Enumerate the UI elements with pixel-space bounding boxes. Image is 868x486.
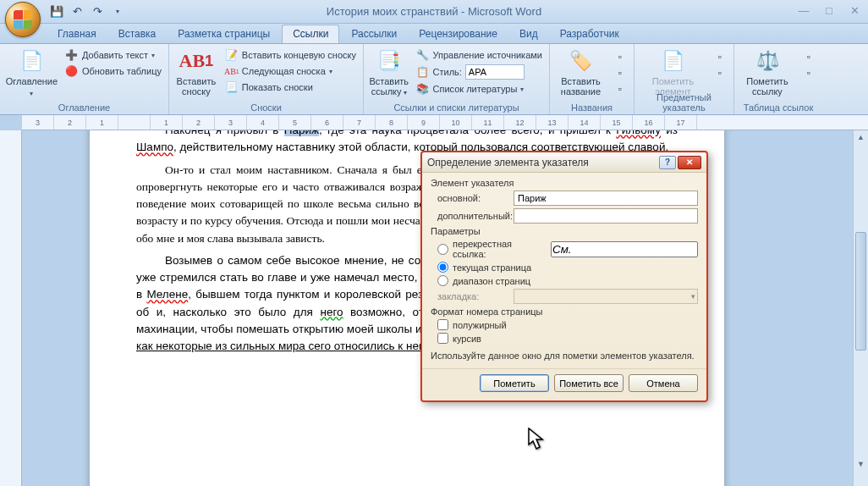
index-insert-icon: ▫ xyxy=(713,50,727,64)
cross-reference-radio[interactable] xyxy=(437,244,448,255)
add-text-button[interactable]: ➕Добавить текст xyxy=(62,47,165,63)
tab-mailings[interactable]: Рассылки xyxy=(341,25,407,43)
cross-reference-label: перекрестная ссылка: xyxy=(453,239,547,259)
dialog-help-icon[interactable]: ? xyxy=(659,156,676,169)
small-cross-icon: ▫ xyxy=(613,82,627,96)
tab-view[interactable]: Вид xyxy=(509,25,548,43)
insert-citation-button[interactable]: 📑 Вставить ссылку xyxy=(367,46,411,99)
toa-opt2[interactable]: ▫ xyxy=(799,65,819,80)
page-range-label: диапазон страниц xyxy=(453,276,530,286)
mark-button[interactable]: Пометить xyxy=(480,374,549,392)
qat-customize-icon[interactable] xyxy=(108,3,127,21)
caption-opt1[interactable]: ▫ xyxy=(610,49,630,64)
bibliography-button[interactable]: 📚Список литературы xyxy=(413,81,546,97)
mark-entry-button[interactable]: 📄 Пометить элемент xyxy=(638,46,708,98)
toa-group-title: Таблица ссылок xyxy=(734,102,822,113)
caption-icon: 🏷️ xyxy=(568,47,595,75)
tab-home[interactable]: Главная xyxy=(47,25,107,43)
bookmark-label: закладка: xyxy=(431,291,514,301)
index-entry-section-label: Элемент указателя xyxy=(431,178,698,188)
office-button[interactable] xyxy=(5,2,41,37)
show-notes-button[interactable]: 📃Показать сноски xyxy=(222,80,360,95)
small-doc-icon: ▫ xyxy=(613,50,627,64)
insert-citation-label: Вставить ссылку xyxy=(369,76,409,97)
next-footnote-label: Следующая сноска xyxy=(242,66,326,76)
bookmark-combo xyxy=(514,289,698,304)
tab-references[interactable]: Ссылки xyxy=(282,25,339,43)
tab-developer[interactable]: Разработчик xyxy=(550,25,629,43)
sub-entry-input[interactable] xyxy=(514,208,698,224)
scroll-down-icon[interactable]: ▼ xyxy=(854,457,868,471)
tab-insert[interactable]: Вставка xyxy=(108,25,167,43)
bold-checkbox[interactable] xyxy=(437,319,448,330)
update-table-button[interactable]: 🔴Обновить таблицу xyxy=(62,64,165,79)
maximize-icon[interactable]: □ xyxy=(821,3,838,17)
scroll-up-icon[interactable]: ▲ xyxy=(854,130,868,144)
toa-opt1[interactable]: ▫ xyxy=(799,49,819,64)
ribbon-tabs: Главная Вставка Разметка страницы Ссылки… xyxy=(0,24,868,44)
small-update-icon: ▫ xyxy=(613,66,627,80)
ribbon: 📄 Оглавление ➕Добавить текст 🔴Обновить т… xyxy=(0,44,868,115)
caption-opt3[interactable]: ▫ xyxy=(610,81,630,97)
style-icon: 📋 xyxy=(416,65,430,79)
mark-citation-button[interactable]: ⚖️ Пометить ссылку xyxy=(738,46,797,98)
insert-caption-button[interactable]: 🏷️ Вставить название xyxy=(553,46,608,98)
selected-word: Париж xyxy=(284,130,319,136)
citation-icon: 📑 xyxy=(376,47,403,75)
main-entry-input[interactable] xyxy=(514,191,698,206)
insert-footnote-button[interactable]: AB1 Вставить сноску xyxy=(173,46,220,98)
page-range-radio[interactable] xyxy=(437,275,448,286)
manage-sources-button[interactable]: 🔧Управление источниками xyxy=(413,47,546,63)
tab-pagelayout[interactable]: Разметка страницы xyxy=(168,25,280,43)
dialog-close-icon[interactable]: ✕ xyxy=(678,156,701,169)
tab-review[interactable]: Рецензирование xyxy=(409,25,508,43)
index-opt1[interactable]: ▫ xyxy=(710,49,730,64)
captions-group-title: Названия xyxy=(550,102,634,113)
quick-access-toolbar: 💾 ↶ ↷ xyxy=(47,3,127,21)
index-group-title: Предметный указатель xyxy=(635,92,733,113)
mark-citation-icon: ⚖️ xyxy=(754,47,781,75)
ruler-vertical[interactable] xyxy=(0,130,22,486)
page-format-section-label: Формат номера страницы xyxy=(431,307,698,317)
cancel-button[interactable]: Отмена xyxy=(629,374,698,392)
current-page-label: текущая страница xyxy=(453,262,531,273)
italic-checkbox[interactable] xyxy=(437,333,448,344)
manage-sources-label: Управление источниками xyxy=(433,50,542,60)
dialog-titlebar[interactable]: Определение элемента указателя ? ✕ xyxy=(422,152,706,173)
update-table-label: Обновить таблицу xyxy=(82,66,162,76)
close-icon[interactable]: ✕ xyxy=(846,3,863,17)
footnote-icon: AB1 xyxy=(183,47,210,75)
insert-caption-label: Вставить название xyxy=(558,76,603,97)
next-footnote-button[interactable]: AB1Следующая сноска xyxy=(222,64,360,79)
toc-button[interactable]: 📄 Оглавление xyxy=(3,46,60,100)
options-section-label: Параметры xyxy=(431,226,698,236)
minimize-icon[interactable]: — xyxy=(795,3,812,17)
style-label: Стиль: xyxy=(433,67,462,77)
toc-group-title: Оглавление xyxy=(0,102,168,113)
mark-all-button[interactable]: Пометить все xyxy=(554,374,624,392)
insert-endnote-button[interactable]: 📝Вставить концевую сноску xyxy=(222,47,360,63)
index-opt2[interactable]: ▫ xyxy=(710,65,730,80)
cross-reference-input[interactable] xyxy=(551,241,698,257)
mark-entry-icon: 📄 xyxy=(660,47,687,75)
title-bar: 💾 ↶ ↷ История моих странствий - Microsof… xyxy=(0,0,868,24)
style-combo[interactable] xyxy=(465,64,525,80)
toc-icon: 📄 xyxy=(18,47,45,75)
plus-icon: ➕ xyxy=(65,48,79,62)
current-page-radio[interactable] xyxy=(437,262,448,273)
insert-footnote-label: Вставить сноску xyxy=(177,76,217,97)
italic-label: курсив xyxy=(453,334,481,344)
ruler-horizontal[interactable]: 3211234567891011121314151617 xyxy=(22,115,868,130)
mark-index-entry-dialog: Определение элемента указателя ? ✕ Элеме… xyxy=(420,151,708,402)
undo-icon[interactable]: ↶ xyxy=(68,3,86,21)
scroll-thumb[interactable] xyxy=(855,232,866,351)
save-icon[interactable]: 💾 xyxy=(47,3,66,21)
citation-style-select[interactable]: 📋Стиль: xyxy=(413,64,546,80)
redo-icon[interactable]: ↷ xyxy=(88,3,107,21)
caption-opt2[interactable]: ▫ xyxy=(610,65,630,80)
manage-icon: 🔧 xyxy=(416,48,430,62)
biblio-icon: 📚 xyxy=(416,82,430,96)
toa-insert-icon: ▫ xyxy=(802,50,816,64)
scrollbar-vertical[interactable]: ▲ ▼ xyxy=(853,130,868,486)
endnote-label: Вставить концевую сноску xyxy=(242,50,356,60)
